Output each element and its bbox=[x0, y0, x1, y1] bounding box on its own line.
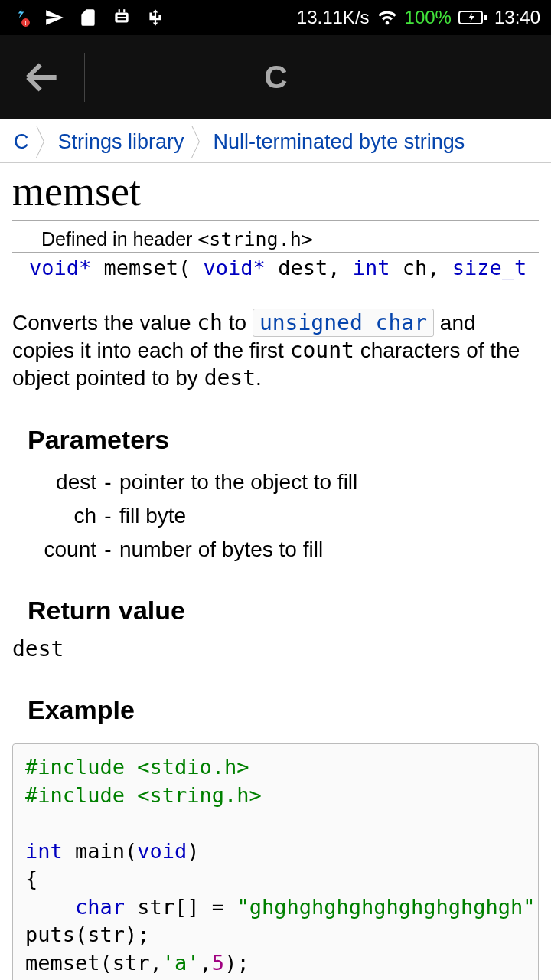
header-name: <string.h> bbox=[197, 228, 313, 250]
desc-text: Converts the value bbox=[12, 311, 197, 335]
example-code: #include <stdio.h> #include <string.h> i… bbox=[12, 743, 539, 980]
link-unsigned-char[interactable]: unsigned char bbox=[253, 309, 434, 337]
heading-return-value: Return value bbox=[12, 596, 539, 626]
arg-dest: dest, bbox=[266, 256, 353, 279]
kw-sizet: size_t bbox=[452, 256, 527, 279]
arg-ch: ch, bbox=[390, 256, 452, 279]
page-category-title: C bbox=[1, 59, 551, 96]
code-line: memset(str, bbox=[25, 951, 162, 975]
code-ch: ch bbox=[197, 310, 223, 335]
code-header: <stdio.h> bbox=[137, 755, 249, 779]
battery-icon bbox=[458, 9, 487, 26]
param-desc: fill byte bbox=[119, 504, 539, 528]
heading-parameters: Parameters bbox=[12, 425, 539, 455]
code-kw-int: int bbox=[25, 839, 63, 863]
code-dest: dest bbox=[204, 365, 256, 390]
description: Converts the value ch to unsigned char a… bbox=[12, 309, 539, 391]
code-string: "ghghghghghghghghghghgh" bbox=[236, 895, 535, 919]
code-brace: { bbox=[25, 867, 37, 890]
usb-icon bbox=[145, 8, 165, 28]
svg-text:!: ! bbox=[24, 19, 26, 27]
param-dash: - bbox=[96, 537, 119, 562]
fn-name: memset( bbox=[91, 256, 203, 279]
page-title: memset bbox=[12, 163, 539, 220]
code-kw-void: void bbox=[137, 839, 187, 863]
content: memset Defined in header <string.h> void… bbox=[0, 163, 551, 980]
send-icon bbox=[44, 8, 64, 28]
breadcrumb-sep bbox=[195, 126, 203, 158]
code-char: 'a' bbox=[162, 951, 200, 975]
arg-count: cou bbox=[527, 256, 539, 279]
breadcrumb-c[interactable]: C bbox=[6, 127, 40, 157]
declaration: void* memset( void* dest, int ch, size_t… bbox=[12, 253, 539, 283]
code-number: 5 bbox=[212, 951, 224, 975]
param-desc: pointer to the object to fill bbox=[119, 470, 539, 495]
debug-icon bbox=[112, 8, 132, 28]
param-name: ch bbox=[12, 504, 96, 528]
kw-voidptr: void* bbox=[204, 256, 266, 279]
parameters-table: dest - pointer to the object to fill ch … bbox=[12, 470, 539, 562]
breadcrumb: C Strings library Null-terminated byte s… bbox=[0, 119, 551, 163]
defined-text: Defined in header bbox=[41, 228, 197, 250]
code-kw-char: char bbox=[75, 895, 125, 919]
svg-rect-4 bbox=[118, 18, 126, 20]
code-line: puts(str); bbox=[25, 923, 150, 946]
kw-voidptr: void* bbox=[29, 256, 91, 279]
return-value: dest bbox=[12, 636, 539, 662]
defined-in-header: Defined in header <string.h> bbox=[12, 224, 539, 253]
kw-int: int bbox=[353, 256, 390, 279]
breadcrumb-sep bbox=[40, 126, 47, 158]
wifi-icon bbox=[377, 7, 398, 28]
breadcrumb-byte-strings[interactable]: Null-terminated byte strings bbox=[203, 127, 476, 157]
sd-card-icon bbox=[78, 8, 98, 28]
code-header: <string.h> bbox=[137, 783, 262, 807]
network-speed: 13.11K/s bbox=[297, 7, 370, 28]
svg-rect-3 bbox=[118, 15, 126, 17]
param-name: dest bbox=[12, 470, 96, 495]
param-name: count bbox=[12, 537, 96, 562]
desc-text: to bbox=[223, 311, 253, 335]
code-paren: ); bbox=[224, 951, 249, 975]
code-count: count bbox=[290, 338, 354, 363]
breadcrumb-strings-library[interactable]: Strings library bbox=[47, 127, 195, 157]
code-semi: ; bbox=[536, 895, 539, 919]
param-dash: - bbox=[96, 504, 119, 528]
code-main: main( bbox=[63, 839, 138, 863]
cleaner-icon: ! bbox=[11, 8, 31, 28]
code-comma: , bbox=[200, 951, 212, 975]
code-include: #include bbox=[25, 755, 137, 779]
desc-text: . bbox=[256, 366, 262, 390]
svg-rect-8 bbox=[484, 15, 487, 20]
status-icons-left: ! bbox=[11, 8, 165, 28]
code-paren: ) bbox=[187, 839, 199, 863]
app-bar: C bbox=[0, 35, 551, 119]
status-right: 13.11K/s 100% 13:40 bbox=[297, 7, 540, 28]
param-dash: - bbox=[96, 470, 119, 495]
battery-percent: 100% bbox=[405, 7, 452, 28]
status-bar: ! 13.11K/s 100% 13:40 bbox=[0, 0, 551, 35]
svg-rect-2 bbox=[115, 13, 128, 23]
clock: 13:40 bbox=[494, 7, 540, 28]
param-desc: number of bytes to fill bbox=[119, 537, 539, 562]
code-include: #include bbox=[25, 783, 137, 807]
heading-example: Example bbox=[12, 695, 539, 725]
code-decl: str[] = bbox=[125, 895, 236, 919]
